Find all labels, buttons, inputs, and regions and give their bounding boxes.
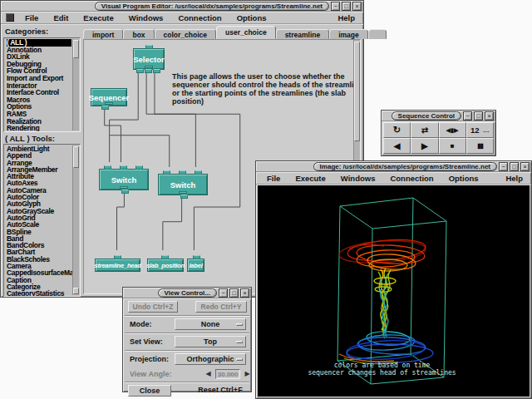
node-switch-1[interactable]: Switch	[99, 169, 149, 190]
comment-line: This page allows the user to choose whet…	[172, 72, 361, 81]
page-tab-filler	[368, 29, 387, 39]
vpe-window-title: Visual Program Editor: /usr/local/dx/sam…	[95, 2, 329, 11]
close-button[interactable]: ×	[520, 162, 530, 171]
window-menu-icon[interactable]	[6, 13, 14, 22]
option-indicator	[236, 323, 243, 326]
view-control-window: View Control... − □ × Undo Ctrl+Z Redo C…	[122, 287, 252, 392]
undo-button[interactable]: Undo Ctrl+Z	[128, 301, 178, 313]
projection-option-menu[interactable]: Orthographic	[175, 353, 246, 365]
close-button[interactable]: ×	[240, 288, 249, 298]
category-item[interactable]: Rendering	[7, 125, 71, 132]
close-button[interactable]: ×	[485, 111, 494, 121]
loop-button[interactable]: ↻	[383, 122, 411, 138]
angle-increase-button[interactable]: ▶	[242, 369, 253, 379]
step-button[interactable]: ◀▮▶	[439, 122, 466, 138]
frame-options-icon[interactable]: …	[483, 126, 490, 134]
caption-line: sequencer changes head of streamlines	[258, 369, 506, 377]
menu-item[interactable]: Windows	[333, 174, 383, 183]
menu-item[interactable]: Windows	[121, 13, 171, 22]
image-menubar: FileExecuteWindowsConnectionOptions Help	[256, 172, 531, 185]
categories-scrollbar[interactable]	[72, 39, 79, 131]
sequence-control-title: Sequence Control	[392, 111, 461, 121]
page-tab[interactable]: streamline	[276, 29, 330, 39]
maximize-button[interactable]: □	[342, 2, 351, 11]
categories-label: Categories:	[5, 27, 48, 36]
node-selector[interactable]: Selector	[133, 48, 165, 70]
page-tab[interactable]: user_choice	[216, 26, 276, 39]
image-window: Image: /usr/local/dx/samples/programs/St…	[255, 160, 532, 399]
angle-decrease-button[interactable]: ◀	[203, 369, 214, 379]
caption-line: colors are based on time	[258, 362, 506, 369]
node-transmitter-label[interactable]: label	[187, 259, 204, 272]
sequence-control-window: Sequence Control − □ × ↻ ⇄ ◀▮▶ 12 … ◀ ▶ …	[381, 110, 496, 156]
menu-help[interactable]: Help	[500, 174, 528, 183]
frame-counter[interactable]: 12 …	[466, 122, 494, 138]
view-control-titlebar[interactable]: View Control... − □ ×	[123, 288, 251, 298]
option-indicator	[236, 358, 243, 361]
pause-button[interactable]: ▮▮	[466, 138, 494, 154]
tools-list[interactable]: AmbientLightAppendArrangeArrangeMemberAt…	[3, 144, 81, 297]
menu-item[interactable]: File	[17, 13, 46, 22]
menu-item[interactable]: File	[259, 174, 288, 183]
image-caption: colors are based on timesequencer change…	[258, 362, 506, 377]
minimize-button[interactable]: −	[331, 2, 340, 11]
close-button[interactable]: ×	[352, 2, 362, 11]
menu-item[interactable]: Connection	[170, 13, 229, 22]
set-view-label: Set View:	[130, 337, 163, 346]
redo-button[interactable]: Redo Ctrl+Y	[195, 301, 247, 313]
comment-line: sequencer should control the heads of th…	[172, 81, 361, 89]
minimize-button[interactable]: −	[463, 111, 472, 121]
categories-list[interactable]: ( ALL )AnnotationDXLinkDebuggingFlow Con…	[3, 37, 81, 132]
tools-scrollbar[interactable]	[72, 145, 79, 295]
mode-label: Mode:	[130, 320, 152, 328]
image-titlebar[interactable]: Image: /usr/local/dx/samples/programs/St…	[256, 161, 531, 172]
view-control-title: View Control...	[158, 288, 217, 298]
view-angle-value: 30.000	[215, 369, 240, 379]
option-indicator	[236, 341, 243, 343]
menu-item[interactable]: Connection	[382, 174, 441, 183]
step-back-button[interactable]: ◀	[383, 138, 411, 154]
menu-item[interactable]: Options	[441, 174, 486, 183]
view-angle-label: View Angle:	[130, 370, 172, 378]
maximize-button[interactable]: □	[474, 111, 483, 121]
page-tab[interactable]: import	[83, 29, 123, 39]
set-view-option-menu[interactable]: Top	[175, 336, 246, 347]
reset-button[interactable]: Reset Ctrl+F	[193, 385, 248, 397]
projection-label: Projection:	[130, 355, 169, 363]
menu-item[interactable]: Options	[229, 13, 274, 22]
menu-item[interactable]: Execute	[76, 13, 121, 22]
node-switch-2[interactable]: Switch	[158, 174, 208, 195]
close-view-button[interactable]: Close	[128, 385, 171, 397]
vpe-titlebar[interactable]: Visual Program Editor: /usr/local/dx/sam…	[1, 1, 363, 12]
menu-item[interactable]: Edit	[46, 13, 76, 22]
rendered-image-canvas[interactable]: colors are based on timesequencer change…	[258, 185, 530, 397]
palindrome-button[interactable]: ⇄	[411, 122, 438, 138]
play-forward-button[interactable]: ▶	[411, 138, 438, 154]
menu-item[interactable]: Execute	[288, 174, 332, 183]
page-tab[interactable]: box	[123, 29, 154, 39]
comment-line: or the starting points of the streamline…	[172, 89, 361, 106]
sequence-control-titlebar[interactable]: Sequence Control − □ ×	[382, 111, 495, 121]
node-sequencer[interactable]: Sequencer	[91, 88, 127, 106]
menu-help[interactable]: Help	[332, 13, 360, 22]
minimize-button[interactable]: −	[219, 288, 228, 298]
maximize-button[interactable]: □	[229, 288, 239, 298]
canvas-comment: This page allows the user to choose whet…	[172, 72, 361, 106]
minimize-button[interactable]: −	[499, 162, 508, 171]
vpe-menubar: FileEditExecuteWindowsConnectionOptions …	[1, 12, 363, 24]
page-tab[interactable]: image	[329, 29, 368, 39]
maximize-button[interactable]: □	[510, 162, 519, 171]
page-tabs: importboxcolor_choiceuser_choicestreamli…	[83, 26, 361, 39]
page-tab[interactable]: color_choice	[155, 29, 216, 39]
node-transmitter-streamline-head[interactable]: streamline_head	[95, 259, 140, 272]
tool-item[interactable]: CategoryStatistics	[7, 290, 71, 297]
tools-label: ( ALL ) Tools:	[5, 134, 55, 143]
mode-option-menu[interactable]: None	[175, 318, 246, 330]
stop-button[interactable]: ■	[439, 138, 466, 154]
node-transmitter-slab-position[interactable]: slab_position	[147, 259, 184, 272]
image-window-title: Image: /usr/local/dx/samples/programs/St…	[313, 162, 497, 171]
